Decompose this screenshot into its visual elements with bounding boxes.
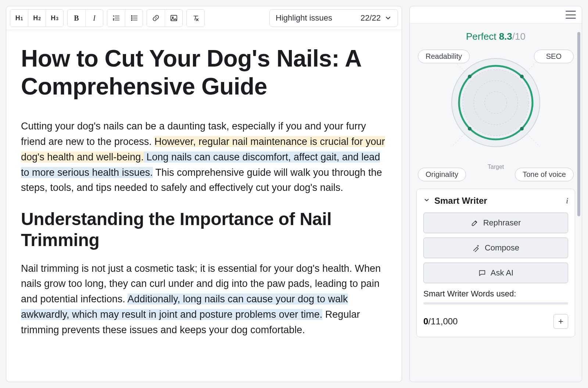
clear-group (186, 9, 205, 27)
paragraph-2[interactable]: Nail trimming is not just a cosmetic tas… (21, 261, 387, 338)
document-title[interactable]: How to Cut Your Dog's Nails: A Comprehen… (21, 45, 387, 100)
svg-point-2 (131, 19, 132, 20)
image-button[interactable] (165, 10, 182, 26)
pill-readability[interactable]: Readability (418, 50, 470, 63)
ordered-list-icon (112, 14, 120, 22)
rephraser-button[interactable]: Rephraser (423, 213, 568, 233)
svg-point-0 (131, 15, 132, 16)
heading-group: H1 H2 H3 (10, 9, 64, 27)
collapse-toggle[interactable] (423, 197, 430, 205)
clear-format-icon (191, 14, 200, 22)
svg-point-13 (463, 70, 529, 136)
issues-count: 22/22 (361, 13, 381, 23)
smart-writer-header: Smart Writer i (423, 196, 568, 206)
score-label: Perfect (466, 31, 496, 42)
pencil-icon (471, 219, 479, 227)
format-group: B I (67, 9, 103, 27)
svg-point-20 (468, 127, 472, 131)
svg-point-21 (520, 127, 524, 131)
svg-point-1 (131, 18, 132, 18)
chevron-down-icon (423, 197, 430, 203)
pill-tone[interactable]: Tone of voice (515, 168, 574, 181)
side-panel: Perfect 8.3/10 Readability SEO Originali… (409, 6, 582, 382)
radar-svg (441, 47, 551, 158)
words-used-label: Smart Writer Words used: (423, 289, 516, 299)
image-icon (170, 14, 178, 22)
h2-button[interactable]: H2 (28, 10, 46, 26)
italic-button[interactable]: I (85, 10, 103, 26)
chevron-down-icon (384, 14, 392, 22)
h3-button[interactable]: H3 (46, 10, 63, 26)
unordered-list-button[interactable] (125, 10, 143, 26)
editor-panel: H1 H2 H3 B I (6, 6, 402, 382)
score-line: Perfect 8.3/10 (416, 31, 575, 42)
heading-2[interactable]: Understanding the Importance of Nail Tri… (21, 209, 387, 250)
svg-point-19 (520, 75, 524, 78)
words-progress-bar (423, 302, 568, 305)
svg-point-18 (468, 75, 472, 78)
editor-body[interactable]: How to Cut Your Dog's Nails: A Comprehen… (6, 30, 402, 366)
score-value: 8.3 (499, 31, 512, 42)
words-used-count: 0/11,000 (423, 316, 458, 327)
highlight-issues-label: Highlight issues (276, 13, 332, 23)
pill-originality[interactable]: Originality (418, 168, 466, 181)
insert-group (147, 9, 183, 27)
sparkle-pencil-icon (472, 244, 480, 252)
smart-writer-title: Smart Writer (434, 196, 487, 206)
compose-button[interactable]: Compose (423, 238, 568, 258)
menu-button[interactable] (566, 11, 576, 19)
highlight-issues-dropdown[interactable]: Highlight issues 22/22 (269, 9, 398, 27)
pill-seo[interactable]: SEO (534, 50, 574, 63)
add-words-button[interactable]: + (553, 314, 568, 329)
paragraph-1[interactable]: Cutting your dog's nails can be a daunti… (21, 119, 387, 196)
svg-rect-3 (171, 15, 177, 21)
info-icon[interactable]: i (566, 197, 568, 205)
target-label: Target (488, 164, 504, 170)
bold-button[interactable]: B (68, 10, 85, 26)
hamburger-icon (566, 11, 576, 12)
radar-chart: Readability SEO Originality Tone of voic… (416, 47, 575, 184)
side-body: Perfect 8.3/10 Readability SEO Originali… (410, 24, 582, 382)
editor-toolbar: H1 H2 H3 B I (6, 6, 402, 30)
h1-button[interactable]: H1 (10, 10, 28, 26)
link-button[interactable] (147, 10, 165, 26)
svg-point-4 (172, 17, 173, 18)
clear-format-button[interactable] (187, 10, 204, 26)
list-group (107, 9, 143, 27)
unordered-list-icon (130, 14, 138, 22)
ordered-list-button[interactable] (107, 10, 125, 26)
chat-icon (478, 269, 486, 277)
smart-writer-card: Smart Writer i Rephraser Compose Ask AI … (416, 189, 575, 337)
ask-ai-button[interactable]: Ask AI (423, 263, 568, 283)
scrollbar[interactable] (577, 32, 580, 216)
score-denom: /10 (512, 31, 526, 42)
side-header (410, 6, 582, 24)
link-icon (152, 14, 160, 22)
